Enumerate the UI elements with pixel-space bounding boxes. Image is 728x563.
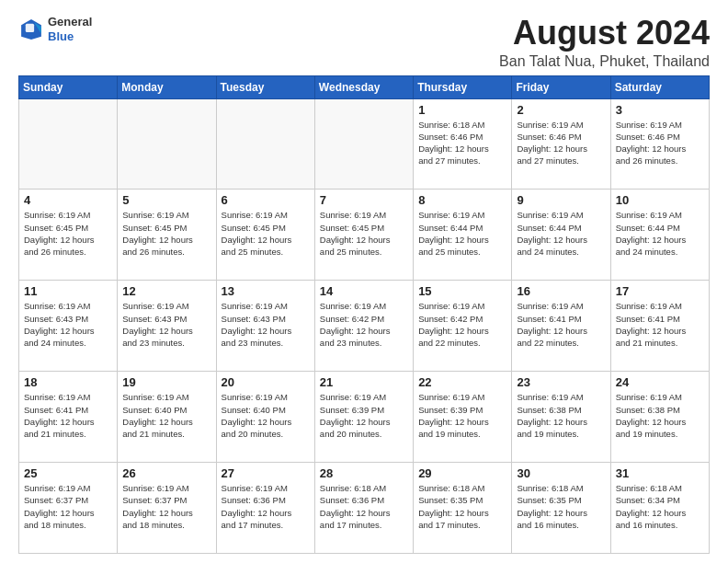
calendar-cell: 20Sunrise: 6:19 AM Sunset: 6:40 PM Dayli… — [216, 372, 314, 463]
day-number: 20 — [222, 375, 310, 389]
day-number: 13 — [222, 284, 310, 298]
day-info: Sunrise: 6:19 AM Sunset: 6:43 PM Dayligh… — [122, 300, 210, 349]
day-info: Sunrise: 6:19 AM Sunset: 6:40 PM Dayligh… — [222, 391, 310, 440]
day-number: 31 — [616, 466, 704, 480]
day-number: 9 — [517, 193, 605, 207]
day-number: 15 — [418, 284, 506, 298]
calendar-cell: 15Sunrise: 6:19 AM Sunset: 6:42 PM Dayli… — [414, 281, 512, 372]
subtitle: Ban Talat Nua, Phuket, Thailand — [499, 53, 710, 70]
day-info: Sunrise: 6:18 AM Sunset: 6:35 PM Dayligh… — [418, 482, 506, 531]
day-info: Sunrise: 6:19 AM Sunset: 6:39 PM Dayligh… — [320, 391, 408, 440]
calendar-cell: 9Sunrise: 6:19 AM Sunset: 6:44 PM Daylig… — [512, 190, 610, 281]
day-header-friday: Friday — [512, 75, 610, 98]
header-row: SundayMondayTuesdayWednesdayThursdayFrid… — [19, 75, 710, 98]
day-number: 2 — [517, 103, 605, 117]
day-number: 3 — [616, 103, 704, 117]
calendar-cell — [19, 98, 118, 190]
calendar-cell — [118, 98, 216, 190]
day-header-saturday: Saturday — [610, 75, 709, 98]
logo-icon — [18, 17, 44, 42]
calendar-cell — [314, 98, 413, 190]
calendar-cell: 24Sunrise: 6:19 AM Sunset: 6:38 PM Dayli… — [610, 372, 709, 463]
day-info: Sunrise: 6:18 AM Sunset: 6:36 PM Dayligh… — [320, 482, 408, 531]
day-number: 29 — [418, 466, 506, 480]
day-info: Sunrise: 6:18 AM Sunset: 6:46 PM Dayligh… — [418, 119, 506, 167]
day-info: Sunrise: 6:19 AM Sunset: 6:40 PM Dayligh… — [122, 391, 210, 440]
day-info: Sunrise: 6:19 AM Sunset: 6:41 PM Dayligh… — [24, 391, 112, 440]
week-row-2: 11Sunrise: 6:19 AM Sunset: 6:43 PM Dayli… — [19, 281, 710, 372]
calendar-cell: 23Sunrise: 6:19 AM Sunset: 6:38 PM Dayli… — [512, 372, 610, 463]
calendar-cell: 27Sunrise: 6:19 AM Sunset: 6:36 PM Dayli… — [216, 463, 314, 554]
day-info: Sunrise: 6:19 AM Sunset: 6:38 PM Dayligh… — [616, 391, 704, 440]
calendar-cell: 10Sunrise: 6:19 AM Sunset: 6:44 PM Dayli… — [610, 190, 709, 281]
day-info: Sunrise: 6:19 AM Sunset: 6:44 PM Dayligh… — [616, 209, 704, 258]
calendar-cell: 12Sunrise: 6:19 AM Sunset: 6:43 PM Dayli… — [118, 281, 216, 372]
title-block: August 2024 Ban Talat Nua, Phuket, Thail… — [499, 15, 710, 70]
day-number: 27 — [222, 466, 310, 480]
day-number: 22 — [418, 375, 506, 389]
day-header-wednesday: Wednesday — [314, 75, 413, 98]
day-number: 18 — [24, 375, 112, 389]
day-header-monday: Monday — [118, 75, 216, 98]
week-row-1: 4Sunrise: 6:19 AM Sunset: 6:45 PM Daylig… — [19, 190, 710, 281]
calendar-cell: 28Sunrise: 6:18 AM Sunset: 6:36 PM Dayli… — [314, 463, 413, 554]
day-number: 4 — [24, 193, 112, 207]
calendar-cell: 31Sunrise: 6:18 AM Sunset: 6:34 PM Dayli… — [610, 463, 709, 554]
calendar-cell: 29Sunrise: 6:18 AM Sunset: 6:35 PM Dayli… — [414, 463, 512, 554]
day-number: 23 — [517, 375, 605, 389]
calendar-cell: 1Sunrise: 6:18 AM Sunset: 6:46 PM Daylig… — [414, 98, 512, 190]
logo-blue: Blue — [48, 29, 74, 43]
day-info: Sunrise: 6:19 AM Sunset: 6:37 PM Dayligh… — [122, 482, 210, 531]
calendar-cell: 14Sunrise: 6:19 AM Sunset: 6:42 PM Dayli… — [314, 281, 413, 372]
week-row-0: 1Sunrise: 6:18 AM Sunset: 6:46 PM Daylig… — [19, 98, 710, 190]
day-info: Sunrise: 6:19 AM Sunset: 6:45 PM Dayligh… — [222, 209, 310, 258]
calendar-cell — [216, 98, 314, 190]
day-info: Sunrise: 6:19 AM Sunset: 6:46 PM Dayligh… — [616, 119, 704, 167]
day-header-tuesday: Tuesday — [216, 75, 314, 98]
week-row-3: 18Sunrise: 6:19 AM Sunset: 6:41 PM Dayli… — [19, 372, 710, 463]
calendar-cell: 5Sunrise: 6:19 AM Sunset: 6:45 PM Daylig… — [118, 190, 216, 281]
page: General Blue August 2024 Ban Talat Nua, … — [0, 0, 728, 563]
main-title: August 2024 — [499, 15, 710, 52]
calendar-cell: 6Sunrise: 6:19 AM Sunset: 6:45 PM Daylig… — [216, 190, 314, 281]
calendar-cell: 2Sunrise: 6:19 AM Sunset: 6:46 PM Daylig… — [512, 98, 610, 190]
calendar-cell: 18Sunrise: 6:19 AM Sunset: 6:41 PM Dayli… — [19, 372, 118, 463]
day-header-sunday: Sunday — [19, 75, 118, 98]
day-info: Sunrise: 6:19 AM Sunset: 6:42 PM Dayligh… — [418, 300, 506, 349]
week-row-4: 25Sunrise: 6:19 AM Sunset: 6:37 PM Dayli… — [19, 463, 710, 554]
calendar-cell: 21Sunrise: 6:19 AM Sunset: 6:39 PM Dayli… — [314, 372, 413, 463]
calendar-header: SundayMondayTuesdayWednesdayThursdayFrid… — [19, 75, 710, 98]
day-number: 1 — [418, 103, 506, 117]
calendar-body: 1Sunrise: 6:18 AM Sunset: 6:46 PM Daylig… — [19, 98, 710, 553]
day-number: 19 — [122, 375, 210, 389]
day-header-thursday: Thursday — [414, 75, 512, 98]
day-info: Sunrise: 6:19 AM Sunset: 6:39 PM Dayligh… — [418, 391, 506, 440]
calendar-cell: 30Sunrise: 6:18 AM Sunset: 6:35 PM Dayli… — [512, 463, 610, 554]
day-number: 7 — [320, 193, 408, 207]
day-number: 16 — [517, 284, 605, 298]
calendar-cell: 3Sunrise: 6:19 AM Sunset: 6:46 PM Daylig… — [610, 98, 709, 190]
day-info: Sunrise: 6:19 AM Sunset: 6:45 PM Dayligh… — [320, 209, 408, 258]
day-number: 21 — [320, 375, 408, 389]
calendar-cell: 4Sunrise: 6:19 AM Sunset: 6:45 PM Daylig… — [19, 190, 118, 281]
day-number: 28 — [320, 466, 408, 480]
calendar-cell: 19Sunrise: 6:19 AM Sunset: 6:40 PM Dayli… — [118, 372, 216, 463]
day-info: Sunrise: 6:19 AM Sunset: 6:42 PM Dayligh… — [320, 300, 408, 349]
day-number: 5 — [122, 193, 210, 207]
day-number: 8 — [418, 193, 506, 207]
day-info: Sunrise: 6:19 AM Sunset: 6:36 PM Dayligh… — [222, 482, 310, 531]
day-info: Sunrise: 6:19 AM Sunset: 6:41 PM Dayligh… — [616, 300, 704, 349]
day-number: 17 — [616, 284, 704, 298]
calendar-cell: 22Sunrise: 6:19 AM Sunset: 6:39 PM Dayli… — [414, 372, 512, 463]
day-number: 10 — [616, 193, 704, 207]
day-number: 26 — [122, 466, 210, 480]
logo-text: General Blue — [48, 15, 92, 43]
calendar-cell: 17Sunrise: 6:19 AM Sunset: 6:41 PM Dayli… — [610, 281, 709, 372]
day-info: Sunrise: 6:19 AM Sunset: 6:45 PM Dayligh… — [24, 209, 112, 258]
calendar-cell: 25Sunrise: 6:19 AM Sunset: 6:37 PM Dayli… — [19, 463, 118, 554]
day-number: 6 — [222, 193, 310, 207]
day-info: Sunrise: 6:18 AM Sunset: 6:35 PM Dayligh… — [517, 482, 605, 531]
day-info: Sunrise: 6:19 AM Sunset: 6:44 PM Dayligh… — [418, 209, 506, 258]
logo: General Blue — [18, 15, 92, 43]
calendar-cell: 7Sunrise: 6:19 AM Sunset: 6:45 PM Daylig… — [314, 190, 413, 281]
